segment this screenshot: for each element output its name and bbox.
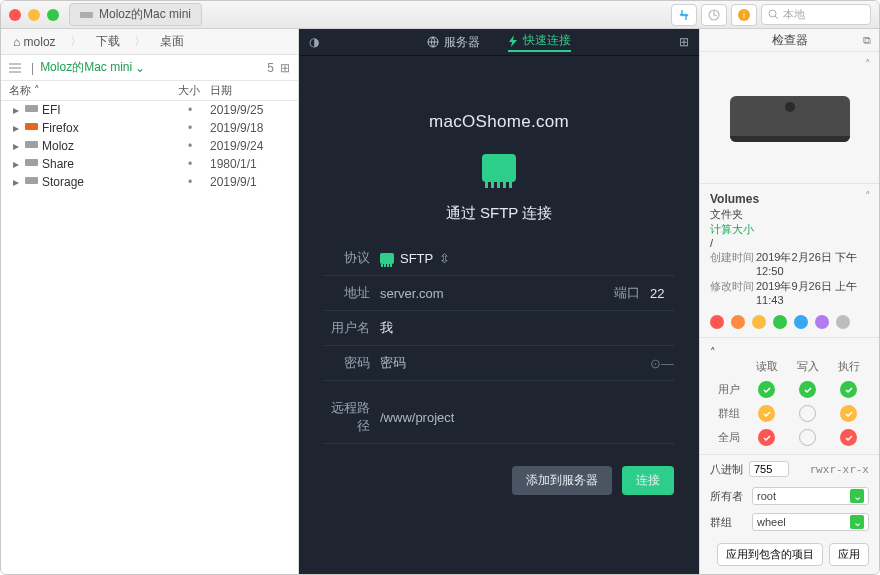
file-size: • bbox=[170, 103, 210, 117]
octal-input[interactable] bbox=[749, 461, 789, 477]
file-name: EFI bbox=[42, 103, 170, 117]
disk-icon bbox=[25, 103, 38, 117]
popout-icon[interactable]: ⧉ bbox=[863, 34, 871, 47]
tag-color[interactable] bbox=[794, 315, 808, 329]
table-row[interactable]: ▸ EFI • 2019/9/25 bbox=[1, 101, 298, 119]
close-icon[interactable] bbox=[9, 9, 21, 21]
chevron-up-icon[interactable]: ˄ bbox=[865, 190, 871, 203]
tag-colors bbox=[710, 315, 869, 329]
window-controls bbox=[9, 9, 59, 21]
breadcrumb-item[interactable]: 桌面 bbox=[160, 33, 184, 50]
disk-icon bbox=[25, 139, 38, 153]
permissions-section: ˄ 读取 写入 执行 用户 群组 全局 bbox=[700, 338, 879, 455]
globe-icon bbox=[427, 36, 439, 48]
activity-button[interactable] bbox=[701, 4, 727, 26]
dropdown-icon: ⌄ bbox=[850, 515, 864, 529]
grid-icon[interactable]: ⊞ bbox=[679, 35, 689, 49]
disclosure-icon: ▸ bbox=[9, 103, 23, 117]
disk-icon bbox=[25, 175, 38, 189]
mac-mini-image bbox=[730, 96, 850, 142]
perm-global-exec[interactable] bbox=[840, 429, 857, 446]
add-to-server-button[interactable]: 添加到服务器 bbox=[512, 466, 612, 495]
perm-global-write[interactable] bbox=[799, 429, 816, 446]
protocol-label: 协议 bbox=[324, 249, 380, 267]
minimize-icon[interactable] bbox=[28, 9, 40, 21]
tag-color[interactable] bbox=[836, 315, 850, 329]
chevron-up-icon[interactable]: ˄ bbox=[710, 346, 716, 358]
svg-rect-8 bbox=[25, 159, 38, 166]
octal-label: 八进制 bbox=[710, 462, 743, 477]
tag-color[interactable] bbox=[773, 315, 787, 329]
chevron-up-icon[interactable]: ˄ bbox=[865, 58, 871, 71]
table-row[interactable]: ▸ Firefox • 2019/9/18 bbox=[1, 119, 298, 137]
file-name: Share bbox=[42, 157, 170, 171]
sort-asc-icon: ˄ bbox=[34, 84, 40, 97]
perm-global-read[interactable] bbox=[758, 429, 775, 446]
perm-group-exec[interactable] bbox=[840, 405, 857, 422]
info-button[interactable]: i bbox=[731, 4, 757, 26]
svg-rect-5 bbox=[25, 105, 38, 112]
svg-point-3 bbox=[769, 10, 776, 17]
tab-quick-connect[interactable]: 快速连接 bbox=[508, 32, 571, 52]
chevron-down-icon: ⌄ bbox=[135, 61, 145, 75]
owner-select[interactable]: root⌄ bbox=[752, 487, 869, 505]
titlebar: Moloz的Mac mini i 本地 bbox=[1, 1, 879, 29]
protocol-select[interactable]: SFTP ⇳ bbox=[380, 251, 674, 266]
disclosure-icon: ▸ bbox=[9, 121, 23, 135]
tab-server[interactable]: 服务器 bbox=[427, 34, 480, 51]
tag-color[interactable] bbox=[815, 315, 829, 329]
perm-user-read[interactable] bbox=[758, 381, 775, 398]
owner-label: 所有者 bbox=[710, 489, 746, 504]
app-window: Moloz的Mac mini i 本地 ⌂ moloz 〉 下载 〉 桌面 | bbox=[0, 0, 880, 575]
table-row[interactable]: ▸ Storage • 2019/9/1 bbox=[1, 173, 298, 191]
perm-user-write[interactable] bbox=[799, 381, 816, 398]
center-tabs: ◑ 服务器 快速连接 ⊞ bbox=[299, 29, 699, 56]
modified-date: 2019年9月26日 上午11:43 bbox=[756, 279, 869, 306]
username-input[interactable]: 我 bbox=[380, 319, 674, 337]
disk-icon bbox=[25, 157, 38, 171]
sync-button[interactable] bbox=[671, 4, 697, 26]
left-panel: ⌂ moloz 〉 下载 〉 桌面 | Moloz的Mac mini ⌄ 5 ⊞… bbox=[1, 29, 299, 574]
file-name: Storage bbox=[42, 175, 170, 189]
perm-string: rwxr-xr-x bbox=[809, 463, 869, 476]
window-tab[interactable]: Moloz的Mac mini bbox=[69, 3, 202, 26]
disclosure-icon: ▸ bbox=[9, 139, 23, 153]
sftp-icon bbox=[380, 253, 394, 264]
perm-group-write[interactable] bbox=[799, 405, 816, 422]
brand-text: macOShome.com bbox=[429, 112, 569, 132]
apply-contained-button[interactable]: 应用到包含的项目 bbox=[717, 543, 823, 566]
tag-color[interactable] bbox=[731, 315, 745, 329]
home-icon[interactable]: ⌂ moloz bbox=[13, 35, 56, 49]
password-input[interactable]: 密码 bbox=[380, 354, 650, 372]
perm-user-exec[interactable] bbox=[840, 381, 857, 398]
port-input[interactable]: 22 bbox=[650, 286, 674, 301]
perm-group-read[interactable] bbox=[758, 405, 775, 422]
remote-path-input[interactable]: /www/project bbox=[380, 410, 674, 425]
table-row[interactable]: ▸ Moloz • 2019/9/24 bbox=[1, 137, 298, 155]
tag-color[interactable] bbox=[710, 315, 724, 329]
file-size: • bbox=[170, 121, 210, 135]
remote-path-label: 远程路径 bbox=[324, 399, 380, 435]
grid-icon[interactable]: ⊞ bbox=[280, 61, 290, 75]
list-icon bbox=[9, 63, 21, 73]
search-placeholder: 本地 bbox=[783, 7, 805, 22]
location-bar[interactable]: | Moloz的Mac mini ⌄ 5 ⊞ bbox=[1, 55, 298, 81]
table-row[interactable]: ▸ Share • 1980/1/1 bbox=[1, 155, 298, 173]
key-icon[interactable]: ⊙— bbox=[650, 356, 674, 371]
inspector-panel: 检查器 ⧉ ˄ ˄ Volumes 文件夹 计算大小 / 创建时间2019年2月… bbox=[699, 29, 879, 574]
group-select[interactable]: wheel⌄ bbox=[752, 513, 869, 531]
inspector-title: 检查器 bbox=[772, 32, 808, 49]
calculate-size[interactable]: 计算大小 bbox=[710, 222, 869, 237]
menu-icon[interactable]: ◑ bbox=[309, 35, 319, 49]
zoom-icon[interactable] bbox=[47, 9, 59, 21]
address-input[interactable]: server.com bbox=[380, 286, 614, 301]
tag-color[interactable] bbox=[752, 315, 766, 329]
connect-button[interactable]: 连接 bbox=[622, 466, 674, 495]
search-input[interactable]: 本地 bbox=[761, 4, 871, 25]
updown-icon: ⇳ bbox=[439, 251, 450, 266]
file-size: • bbox=[170, 139, 210, 153]
item-path: / bbox=[710, 237, 869, 249]
apply-button[interactable]: 应用 bbox=[829, 543, 869, 566]
file-date: 2019/9/18 bbox=[210, 121, 290, 135]
breadcrumb-item[interactable]: 下载 bbox=[96, 33, 120, 50]
